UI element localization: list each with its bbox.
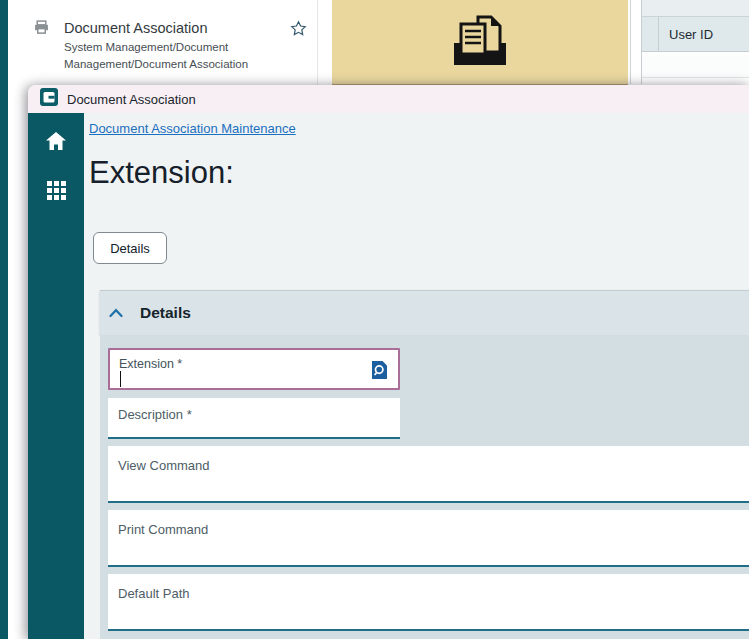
background-divider xyxy=(630,0,631,84)
print-command-field[interactable]: Print Command xyxy=(108,510,749,567)
grid-header-row: User ID xyxy=(642,17,749,52)
default-path-label: Default Path xyxy=(118,586,190,601)
details-section-body: Extension * Description * xyxy=(100,335,749,639)
description-input[interactable] xyxy=(117,421,372,436)
window-sidebar xyxy=(28,113,84,639)
search-icon[interactable] xyxy=(371,360,388,380)
print-command-input[interactable] xyxy=(117,540,733,555)
window-content: Document Association Maintenance Extensi… xyxy=(84,113,749,639)
details-section-header[interactable]: Details xyxy=(100,290,749,335)
home-icon[interactable] xyxy=(45,131,67,151)
view-command-label: View Command xyxy=(118,458,210,473)
extension-input[interactable] xyxy=(119,373,370,388)
document-tray-icon xyxy=(451,14,509,70)
chevron-up-icon[interactable] xyxy=(109,304,123,322)
print-command-label: Print Command xyxy=(118,522,208,537)
menu-item-title: Document Association xyxy=(64,20,207,36)
extension-field[interactable]: Extension * xyxy=(108,348,400,390)
description-field[interactable]: Description * xyxy=(108,398,400,439)
document-association-window: Document Association Doc xyxy=(28,85,749,639)
grid-selector-column-header[interactable] xyxy=(642,17,659,51)
details-button[interactable]: Details xyxy=(93,232,167,264)
details-section: Details Extension * xyxy=(100,290,749,639)
user-grid: User ID xyxy=(641,0,749,84)
breadcrumb-link[interactable]: Document Association Maintenance xyxy=(89,121,296,136)
grid-toolbar-strip xyxy=(642,0,749,17)
apps-grid-icon[interactable] xyxy=(47,181,66,200)
breadcrumb: Document Association Maintenance xyxy=(89,119,749,137)
view-command-input[interactable] xyxy=(117,476,733,491)
view-command-field[interactable]: View Command xyxy=(108,446,749,503)
menu-item-document-association[interactable]: Document Association System Management/D… xyxy=(8,0,318,86)
app-logo-icon xyxy=(40,88,58,110)
favorite-star-icon[interactable] xyxy=(290,20,307,41)
extension-label: Extension * xyxy=(119,357,182,371)
description-label: Description * xyxy=(118,407,192,422)
details-section-title: Details xyxy=(140,304,191,322)
grid-userid-column-header[interactable]: User ID xyxy=(659,17,749,51)
default-path-field[interactable]: Default Path xyxy=(108,574,749,631)
window-body: Document Association Maintenance Extensi… xyxy=(28,113,749,639)
menu-item-path-line1: System Management/Document xyxy=(64,41,228,53)
default-path-input[interactable] xyxy=(117,604,733,619)
document-association-tile[interactable] xyxy=(332,0,628,86)
window-title: Document Association xyxy=(67,92,196,107)
printer-icon xyxy=(34,20,49,38)
page-title: Extension: xyxy=(89,154,749,192)
grid-empty-row[interactable] xyxy=(642,55,749,78)
window-titlebar: Document Association xyxy=(28,85,749,113)
menu-item-path-line2: Management/Document Association xyxy=(64,58,248,70)
app-side-rail xyxy=(0,0,8,639)
